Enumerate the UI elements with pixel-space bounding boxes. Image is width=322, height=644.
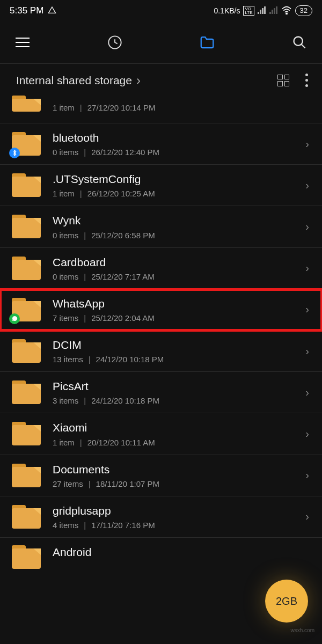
status-signal-1-icon — [258, 6, 266, 16]
status-signal-2-icon — [269, 6, 278, 16]
folder-date: 18/11/20 1:07 PM — [96, 479, 159, 488]
folder-icon — [12, 257, 41, 280]
status-wifi-icon — [281, 6, 292, 16]
folder-meta: 13 items|24/12/20 10:18 PM — [53, 355, 305, 364]
whatsapp-badge-icon — [9, 313, 20, 324]
folder-row[interactable]: Wynk0 items|25/12/20 6:58 PM› — [0, 206, 322, 247]
svg-point-2 — [294, 37, 303, 46]
folder-icon — [12, 380, 41, 404]
hamburger-icon — [16, 38, 30, 47]
folder-info: Cardboard0 items|25/12/20 7:17 AM — [53, 255, 305, 281]
separator: | — [80, 103, 82, 112]
chevron-right-icon: › — [305, 428, 311, 440]
search-icon — [292, 35, 307, 50]
folder-date: 17/11/20 7:16 PM — [91, 521, 155, 530]
separator: | — [84, 396, 86, 405]
chevron-right-icon: › — [305, 469, 311, 481]
folder-name: Wynk — [53, 214, 305, 227]
bluetooth-badge-icon — [9, 148, 20, 158]
recent-tab[interactable] — [105, 33, 125, 52]
folder-meta: 4 items|17/11/20 7:16 PM — [53, 521, 305, 530]
view-grid-button[interactable] — [277, 75, 289, 86]
folder-item-count: 1 item — [53, 189, 75, 198]
folder-icon — [199, 34, 215, 50]
folder-item-count: 7 items — [53, 313, 78, 323]
folder-row[interactable]: PicsArt3 items|24/12/20 10:18 PM› — [0, 372, 322, 413]
folder-name: .UTSystemConfig — [53, 172, 305, 186]
folder-item-count: 1 item — [53, 103, 75, 112]
folder-icon — [12, 215, 41, 238]
folder-row[interactable]: .UTSystemConfig1 item|26/12/20 10:25 AM› — [0, 165, 322, 206]
chevron-right-icon: › — [305, 345, 311, 357]
folder-info: Xiaomi1 item|20/12/20 10:11 AM — [53, 421, 305, 447]
files-tab[interactable] — [197, 33, 217, 52]
folder-icon — [12, 132, 41, 156]
folder-row[interactable]: Documents27 items|18/11/20 1:07 PM› — [0, 455, 322, 496]
folder-row[interactable]: 1 item|27/12/20 10:14 PM — [0, 97, 322, 123]
folder-row[interactable]: WhatsApp7 items|25/12/20 2:04 AM› — [0, 289, 322, 331]
folder-meta: 7 items|25/12/20 2:04 AM — [53, 313, 305, 323]
folder-meta: 1 item|27/12/20 10:14 PM — [53, 103, 311, 112]
folder-name: Cardboard — [53, 255, 305, 269]
folder-name: Android — [53, 545, 311, 559]
folder-name: WhatsApp — [53, 297, 305, 310]
folder-meta: 1 item|20/12/20 10:11 AM — [53, 438, 305, 447]
folder-list: 1 item|27/12/20 10:14 PMbluetooth0 items… — [0, 97, 322, 561]
folder-info: .UTSystemConfig1 item|26/12/20 10:25 AM — [53, 172, 305, 198]
chevron-right-icon: › — [305, 179, 311, 192]
grid-icon — [277, 75, 289, 86]
folder-row[interactable]: DCIM13 items|24/12/20 10:18 PM› — [0, 331, 322, 372]
folder-row[interactable]: bluetooth0 items|26/12/20 12:40 PM› — [0, 123, 322, 165]
separator: | — [89, 355, 91, 364]
status-time: 5:35 PM — [10, 5, 43, 16]
chevron-right-icon: › — [305, 138, 311, 150]
separator: | — [89, 479, 91, 488]
folder-item-count: 3 items — [53, 396, 78, 405]
more-options-button[interactable] — [305, 74, 308, 87]
folder-row[interactable]: Android — [0, 538, 322, 561]
folder-item-count: 0 items — [53, 231, 78, 240]
folder-item-count: 4 items — [53, 521, 78, 530]
folder-item-count: 1 item — [53, 438, 75, 447]
chevron-right-icon: › — [305, 510, 311, 523]
status-warning-icon — [48, 6, 56, 16]
chevron-right-icon: › — [305, 386, 311, 399]
folder-info: PicsArt3 items|24/12/20 10:18 PM — [53, 379, 305, 405]
folder-icon — [12, 545, 41, 569]
status-net-speed: 0.1KB/s — [214, 6, 240, 15]
folder-meta: 3 items|24/12/20 10:18 PM — [53, 396, 305, 405]
status-volte-icon: VOLTE — [243, 6, 254, 16]
clock-icon — [107, 35, 122, 50]
separator: | — [84, 313, 86, 323]
chevron-right-icon: › — [305, 262, 311, 274]
folder-name: gridplusapp — [53, 504, 305, 517]
status-bar: 5:35 PM 0.1KB/s VOLTE 32 — [0, 0, 322, 21]
folder-date: 24/12/20 10:18 PM — [91, 396, 159, 405]
folder-row[interactable]: gridplusapp4 items|17/11/20 7:16 PM› — [0, 496, 322, 538]
toolbar — [0, 21, 322, 63]
storage-fab[interactable]: 2GB — [265, 580, 308, 623]
folder-meta: 1 item|26/12/20 10:25 AM — [53, 189, 305, 198]
menu-button[interactable] — [13, 33, 32, 52]
folder-info: bluetooth0 items|26/12/20 12:40 PM — [53, 131, 305, 157]
folder-date: 20/12/20 10:11 AM — [87, 438, 155, 447]
folder-info: 1 item|27/12/20 10:14 PM — [53, 100, 311, 112]
folder-row[interactable]: Xiaomi1 item|20/12/20 10:11 AM› — [0, 413, 322, 455]
separator: | — [84, 521, 86, 530]
folder-item-count: 0 items — [53, 272, 78, 281]
search-button[interactable] — [290, 33, 309, 52]
folder-row[interactable]: Cardboard0 items|25/12/20 7:17 AM› — [0, 248, 322, 289]
folder-name: Documents — [53, 463, 305, 476]
separator: | — [84, 148, 86, 157]
chevron-right-icon: › — [305, 303, 311, 316]
watermark: wsxh.com — [291, 627, 314, 633]
path-bar: Internal shared storage › — [0, 63, 322, 97]
folder-icon — [12, 298, 41, 321]
separator: | — [84, 272, 86, 281]
folder-info: Android — [53, 545, 311, 559]
breadcrumb[interactable]: Internal shared storage › — [16, 73, 141, 88]
svg-point-0 — [286, 13, 287, 14]
folder-icon — [12, 422, 41, 445]
folder-item-count: 0 items — [53, 148, 78, 157]
fab-label: 2GB — [276, 595, 297, 608]
